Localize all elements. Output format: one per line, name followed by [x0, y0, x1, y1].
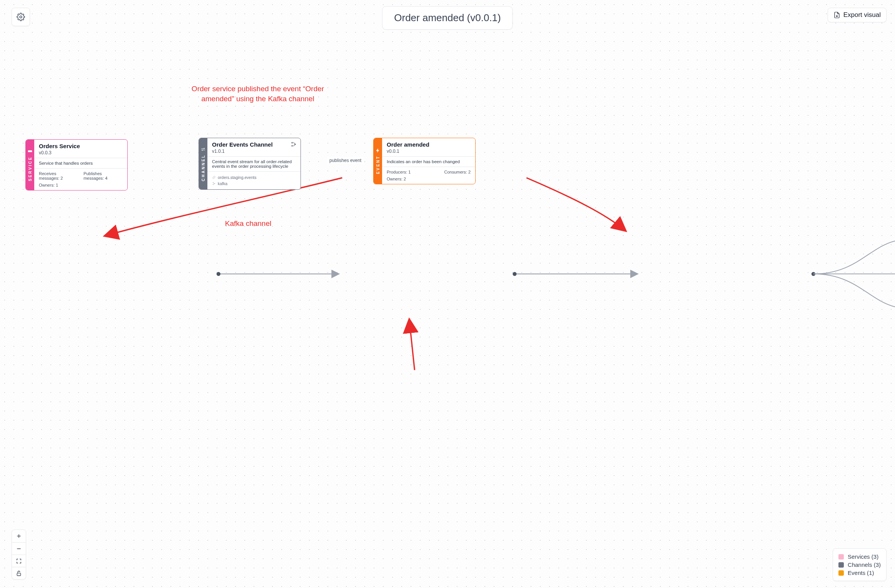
page-title: Order amended (v0.0.1) [382, 6, 513, 30]
export-label: Export visual [843, 11, 881, 19]
legend-swatch-events [838, 570, 844, 576]
legend-swatch-services [838, 554, 844, 560]
unlock-icon [16, 570, 22, 576]
svg-point-2 [513, 272, 516, 276]
file-export-icon [833, 12, 840, 18]
event-tab-label: EVENT [376, 155, 380, 174]
event-tab: EVENT [374, 138, 382, 184]
zoom-out-button[interactable] [12, 542, 26, 555]
plus-icon [16, 533, 22, 539]
svg-point-5 [292, 142, 293, 144]
bolt-icon [375, 148, 381, 153]
svg-rect-4 [28, 150, 32, 152]
legend-channels: Channels (3) [838, 561, 881, 569]
settings-button[interactable] [12, 8, 30, 26]
swap-icon [200, 147, 206, 152]
maximize-icon [16, 558, 22, 564]
channel-title: Order Events Channel [212, 141, 296, 148]
channel-topic: orders.staging.events [212, 174, 296, 180]
edge-label-publishes: publishes event [327, 157, 364, 164]
channel-tab: CHANNEL [199, 138, 207, 189]
zoom-in-button[interactable] [12, 530, 26, 542]
service-description: Service that handles orders [34, 158, 127, 168]
event-producers: Producers: 1 [387, 170, 411, 174]
svg-point-3 [812, 272, 815, 276]
diagram-canvas[interactable]: Order amended (v0.0.1) Export visual Ord… [0, 0, 895, 588]
legend: Services (3) Channels (3) Events (1) [833, 548, 887, 581]
event-owners: Owners: 2 [387, 177, 406, 181]
service-owners: Owners: 1 [39, 183, 58, 187]
event-title: Order amended [387, 141, 471, 148]
svg-point-10 [214, 183, 215, 184]
legend-events: Events (1) [838, 569, 881, 577]
annotation-top: Order service published the event “Order… [185, 84, 331, 104]
channel-description: Central event stream for all order-relat… [207, 156, 301, 171]
annotation-bottom: Kafka channel [214, 219, 283, 229]
service-title: Orders Service [39, 143, 123, 149]
link-icon [212, 175, 216, 179]
service-tab: SERVICE [26, 140, 34, 190]
gear-icon [17, 13, 25, 21]
kafka-icon [212, 182, 216, 185]
channel-version: v1.0.1 [212, 149, 296, 154]
event-version: v0.0.1 [387, 149, 471, 154]
lock-toggle-button[interactable] [12, 567, 26, 579]
svg-point-6 [292, 145, 293, 147]
server-icon [27, 149, 33, 154]
event-description: Indicates an order has been changed [382, 156, 475, 167]
node-order-events-channel[interactable]: CHANNEL Order Events Channel v1.0.1 Cent… [199, 138, 301, 190]
event-consumers: Consumers: 2 [444, 170, 471, 174]
legend-swatch-channels [838, 562, 844, 568]
minus-icon [16, 546, 22, 552]
service-publishes: Publishes messages: 4 [83, 171, 123, 180]
legend-services: Services (3) [838, 553, 881, 561]
channel-broker: kafka [212, 180, 296, 187]
service-version: v0.0.3 [39, 150, 123, 155]
connectors-overlay [0, 0, 895, 588]
svg-rect-11 [17, 573, 20, 576]
service-tab-label: SERVICE [28, 156, 32, 181]
service-receives: Receives messages: 2 [39, 171, 77, 180]
channel-tab-label: CHANNEL [201, 154, 205, 181]
svg-point-0 [20, 16, 22, 18]
node-orders-service[interactable]: SERVICE Orders Service v0.0.3 Service th… [25, 139, 128, 190]
export-visual-button[interactable]: Export visual [828, 8, 887, 22]
zoom-controls [12, 530, 26, 580]
channel-settings-icon[interactable] [291, 141, 297, 149]
node-order-amended[interactable]: EVENT Order amended v0.0.1 Indicates an … [373, 138, 476, 184]
svg-point-1 [217, 272, 220, 276]
fit-view-button[interactable] [12, 555, 26, 567]
